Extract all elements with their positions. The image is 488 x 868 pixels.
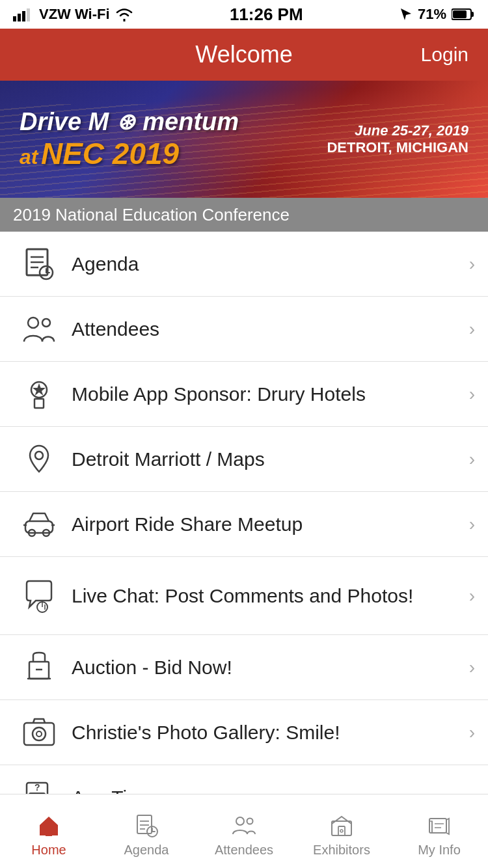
agenda-chevron: › [469,254,475,275]
conference-name: 2019 National Education Conference [13,205,290,225]
photo-icon [13,715,65,750]
banner-title-line2: at NEC 2019 [20,136,327,171]
attendees-label: Attendees [65,316,463,342]
exhibitors-tab-label: Exhibitors [313,843,370,858]
home-tab-label: Home [31,843,66,858]
tab-exhibitors[interactable]: Exhibitors [293,805,390,858]
battery-icon [452,8,475,21]
sponsor-label: Mobile App Sponsor: Drury Hotels [65,381,463,407]
menu-item-auction[interactable]: Auction - Bid Now! › [0,635,488,700]
svg-point-14 [28,318,38,328]
svg-rect-49 [332,821,351,835]
battery-percent: 71% [418,6,446,23]
attendees-chevron: › [469,319,475,340]
attendees-tab-icon [230,811,258,840]
auction-chevron: › [469,657,475,678]
chat-icon [13,578,65,614]
svg-marker-17 [33,383,46,396]
agenda-tab-label: Agenda [124,843,169,858]
menu-item-agenda[interactable]: Agenda › [0,232,488,297]
banner-right: June 25-27, 2019 DETROIT, MICHIGAN [327,122,468,156]
wifi-icon [115,7,133,21]
svg-point-20 [35,452,43,459]
svg-rect-5 [471,12,474,17]
banner-location: DETROIT, MICHIGAN [327,139,468,156]
header: Welcome Login [0,29,488,81]
photo-chevron: › [469,722,475,743]
rideshare-label: Airport Ride Share Meetup [65,511,463,537]
myinfo-tab-icon [425,811,454,840]
maps-icon [13,442,65,477]
header-title: Welcome [195,41,292,68]
attendees-icon [13,312,65,347]
svg-rect-31 [24,723,54,745]
svg-rect-40 [137,815,152,834]
sub-banner: 2019 National Education Conference [0,198,488,232]
svg-point-48 [247,819,253,824]
svg-rect-3 [27,8,30,21]
agenda-label: Agenda [65,251,463,277]
exhibitors-tab-icon [327,811,356,840]
svg-rect-2 [22,11,25,21]
tab-bar: Home Agenda Attendees [0,794,488,868]
status-time: 11:26 PM [230,5,303,25]
tab-home[interactable]: Home [0,805,98,858]
photo-label: Christie's Photo Gallery: Smile! [65,720,463,745]
chat-chevron: › [469,586,475,606]
svg-point-33 [36,731,42,737]
svg-point-32 [33,727,46,740]
status-right: 71% [400,6,475,23]
tab-attendees[interactable]: Attendees [195,805,293,858]
agenda-icon [13,247,65,282]
maps-chevron: › [469,449,475,470]
sponsor-chevron: › [469,384,475,405]
banner-title-line1: Drive M⊛mentum [20,108,327,136]
svg-rect-1 [18,14,21,21]
maps-label: Detroit Marriott / Maps [65,446,463,472]
location-arrow-icon [400,7,413,21]
menu-item-attendees[interactable]: Attendees › [0,297,488,362]
chat-label: Live Chat: Post Comments and Photos! [65,583,463,608]
menu-list: Agenda › Attendees › Mobile App Sponsor:… [0,232,488,830]
svg-rect-6 [453,10,467,18]
rideshare-icon [13,507,65,542]
agenda-tab-icon [132,811,161,840]
svg-text:?: ? [34,782,40,793]
steering-wheel-icon: ⊛ [116,109,135,135]
svg-point-15 [42,319,50,327]
signal-icon [13,7,34,21]
rideshare-chevron: › [469,514,475,535]
svg-point-47 [236,817,244,825]
event-banner: Drive M⊛mentum at NEC 2019 June 25-27, 2… [0,81,488,198]
attendees-tab-label: Attendees [215,843,273,858]
svg-rect-39 [46,828,52,836]
tab-agenda[interactable]: Agenda [98,805,195,858]
menu-item-photo[interactable]: Christie's Photo Gallery: Smile! › [0,700,488,765]
tab-myinfo[interactable]: My Info [390,805,488,858]
status-bar: VZW Wi-Fi 11:26 PM 71% [0,0,488,29]
sponsor-icon [13,377,65,412]
banner-left: Drive M⊛mentum at NEC 2019 [20,108,327,171]
menu-item-chat[interactable]: Live Chat: Post Comments and Photos! › [0,557,488,635]
svg-rect-50 [338,826,345,835]
carrier-text: VZW Wi-Fi [39,6,110,23]
banner-date: June 25-27, 2019 [327,122,468,139]
home-tab-icon [34,811,63,840]
menu-item-rideshare[interactable]: Airport Ride Share Meetup › [0,492,488,557]
myinfo-tab-label: My Info [418,843,461,858]
menu-item-sponsor[interactable]: Mobile App Sponsor: Drury Hotels › [0,362,488,427]
auction-icon [13,650,65,685]
menu-item-maps[interactable]: Detroit Marriott / Maps › [0,427,488,492]
login-button[interactable]: Login [421,44,468,66]
status-left: VZW Wi-Fi [13,6,133,23]
auction-label: Auction - Bid Now! [65,655,463,680]
svg-rect-18 [34,399,44,408]
svg-point-51 [340,830,343,832]
svg-rect-0 [13,16,16,21]
